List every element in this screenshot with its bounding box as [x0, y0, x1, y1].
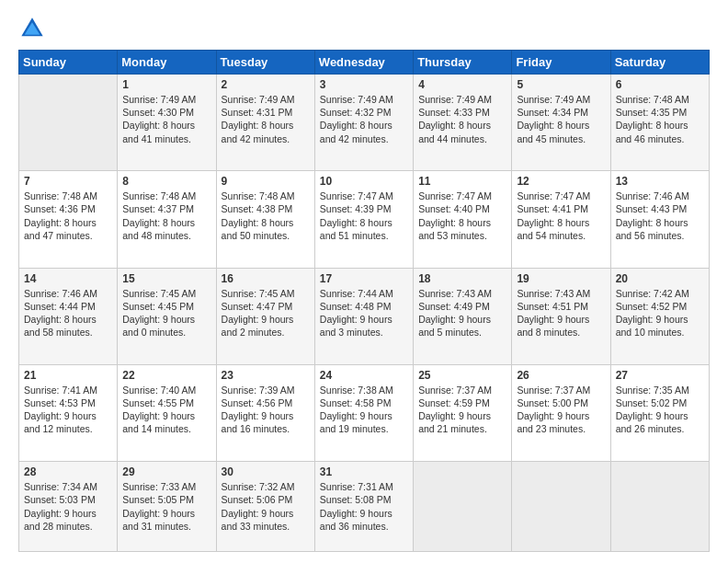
cell-line: Sunrise: 7:43 AM: [418, 287, 506, 300]
weekday-header-sunday: Sunday: [19, 51, 118, 75]
cell-line: Daylight: 8 hours: [24, 313, 112, 326]
cell-line: and 10 minutes.: [616, 326, 704, 339]
cell-line: Sunrise: 7:47 AM: [517, 190, 605, 202]
logo-icon: [18, 15, 46, 42]
cell-line: Daylight: 8 hours: [320, 216, 408, 229]
cell-line: Sunset: 5:08 PM: [320, 493, 408, 506]
cell-line: Sunrise: 7:41 AM: [24, 384, 112, 396]
day-number: 15: [122, 272, 210, 285]
day-number: 3: [320, 78, 408, 91]
cell-line: Daylight: 8 hours: [320, 119, 408, 132]
cell-line: Daylight: 9 hours: [418, 313, 506, 326]
cell-line: and 47 minutes.: [24, 229, 112, 242]
cell-line: Sunset: 4:59 PM: [418, 396, 506, 409]
cell-line: and 28 minutes.: [24, 520, 112, 533]
calendar-cell: 1Sunrise: 7:49 AMSunset: 4:30 PMDaylight…: [118, 75, 216, 171]
cell-line: and 0 minutes.: [122, 326, 210, 339]
weekday-header-saturday: Saturday: [610, 51, 709, 75]
day-number: 2: [222, 78, 310, 91]
cell-line: and 58 minutes.: [24, 326, 112, 339]
cell-line: Sunrise: 7:37 AM: [418, 384, 506, 396]
weekday-header-monday: Monday: [118, 51, 216, 75]
cell-line: Daylight: 9 hours: [320, 313, 408, 326]
cell-line: Daylight: 8 hours: [222, 119, 310, 132]
calendar-cell: 5Sunrise: 7:49 AMSunset: 4:34 PMDaylight…: [512, 75, 610, 171]
cell-line: Sunset: 4:35 PM: [616, 106, 704, 119]
cell-line: and 42 minutes.: [320, 132, 408, 145]
page: SundayMondayTuesdayWednesdayThursdayFrid…: [0, 0, 728, 563]
cell-line: Sunset: 4:36 PM: [24, 202, 112, 215]
cell-line: and 41 minutes.: [122, 132, 210, 145]
cell-line: Sunrise: 7:32 AM: [222, 480, 310, 493]
cell-line: Sunset: 4:55 PM: [122, 396, 210, 409]
cell-line: Sunset: 4:49 PM: [418, 300, 506, 313]
calendar-cell: 3Sunrise: 7:49 AMSunset: 4:32 PMDaylight…: [314, 75, 413, 171]
week-row-1: 1Sunrise: 7:49 AMSunset: 4:30 PMDaylight…: [19, 75, 710, 171]
calendar-cell: 25Sunrise: 7:37 AMSunset: 4:59 PMDayligh…: [414, 364, 512, 461]
cell-line: and 51 minutes.: [320, 229, 408, 242]
calendar-cell: [19, 75, 118, 171]
cell-line: Daylight: 8 hours: [122, 119, 210, 132]
header: [18, 15, 710, 42]
cell-line: Sunrise: 7:49 AM: [517, 93, 605, 106]
cell-line: Sunrise: 7:47 AM: [418, 190, 506, 202]
day-number: 1: [122, 78, 210, 91]
calendar-cell: 10Sunrise: 7:47 AMSunset: 4:39 PMDayligh…: [314, 171, 413, 268]
cell-line: Daylight: 9 hours: [122, 409, 210, 422]
cell-line: Daylight: 9 hours: [24, 507, 112, 520]
calendar-cell: 18Sunrise: 7:43 AMSunset: 4:49 PMDayligh…: [414, 268, 512, 364]
day-number: 5: [517, 78, 605, 91]
week-row-4: 21Sunrise: 7:41 AMSunset: 4:53 PMDayligh…: [19, 364, 710, 461]
cell-line: Daylight: 8 hours: [616, 119, 704, 132]
weekday-header-thursday: Thursday: [414, 51, 512, 75]
calendar-cell: 12Sunrise: 7:47 AMSunset: 4:41 PMDayligh…: [512, 171, 610, 268]
day-number: 27: [616, 369, 704, 382]
day-number: 30: [222, 465, 310, 478]
cell-line: Sunrise: 7:40 AM: [122, 384, 210, 396]
cell-line: Sunrise: 7:49 AM: [222, 93, 310, 106]
cell-line: Sunset: 4:44 PM: [24, 300, 112, 313]
cell-line: Daylight: 9 hours: [222, 507, 310, 520]
day-number: 24: [320, 369, 408, 382]
week-row-3: 14Sunrise: 7:46 AMSunset: 4:44 PMDayligh…: [19, 268, 710, 364]
cell-line: and 42 minutes.: [222, 132, 310, 145]
logo: [18, 15, 50, 42]
cell-line: Sunset: 4:51 PM: [517, 300, 605, 313]
cell-line: Sunset: 4:30 PM: [122, 106, 210, 119]
calendar-cell: 23Sunrise: 7:39 AMSunset: 4:56 PMDayligh…: [216, 364, 314, 461]
calendar-cell: 8Sunrise: 7:48 AMSunset: 4:37 PMDaylight…: [118, 171, 216, 268]
cell-line: and 54 minutes.: [517, 229, 605, 242]
calendar-cell: 20Sunrise: 7:42 AMSunset: 4:52 PMDayligh…: [610, 268, 709, 364]
day-number: 28: [24, 465, 112, 478]
day-number: 29: [122, 465, 210, 478]
cell-line: Sunset: 4:34 PM: [517, 106, 605, 119]
cell-line: Sunset: 4:47 PM: [222, 300, 310, 313]
cell-line: Daylight: 9 hours: [122, 313, 210, 326]
calendar-cell: 15Sunrise: 7:45 AMSunset: 4:45 PMDayligh…: [118, 268, 216, 364]
cell-line: Sunset: 4:43 PM: [616, 202, 704, 215]
cell-line: Daylight: 8 hours: [616, 216, 704, 229]
cell-line: Sunrise: 7:48 AM: [222, 190, 310, 202]
day-number: 11: [418, 175, 506, 188]
day-number: 6: [616, 78, 704, 91]
calendar-cell: [414, 462, 512, 552]
week-row-5: 28Sunrise: 7:34 AMSunset: 5:03 PMDayligh…: [19, 462, 710, 552]
cell-line: Sunrise: 7:35 AM: [616, 384, 704, 396]
cell-line: Sunrise: 7:33 AM: [122, 480, 210, 493]
cell-line: Sunset: 4:56 PM: [222, 396, 310, 409]
calendar-cell: 4Sunrise: 7:49 AMSunset: 4:33 PMDaylight…: [414, 75, 512, 171]
cell-line: and 26 minutes.: [616, 422, 704, 435]
cell-line: Sunrise: 7:45 AM: [122, 287, 210, 300]
cell-line: Sunset: 4:53 PM: [24, 396, 112, 409]
cell-line: Sunset: 4:52 PM: [616, 300, 704, 313]
day-number: 10: [320, 175, 408, 188]
cell-line: Sunrise: 7:47 AM: [320, 190, 408, 202]
cell-line: and 16 minutes.: [222, 422, 310, 435]
day-number: 16: [222, 272, 310, 285]
cell-line: Sunrise: 7:49 AM: [418, 93, 506, 106]
weekday-header-tuesday: Tuesday: [216, 51, 314, 75]
week-row-2: 7Sunrise: 7:48 AMSunset: 4:36 PMDaylight…: [19, 171, 710, 268]
cell-line: Sunset: 5:05 PM: [122, 493, 210, 506]
calendar-cell: 27Sunrise: 7:35 AMSunset: 5:02 PMDayligh…: [610, 364, 709, 461]
cell-line: Daylight: 9 hours: [24, 409, 112, 422]
